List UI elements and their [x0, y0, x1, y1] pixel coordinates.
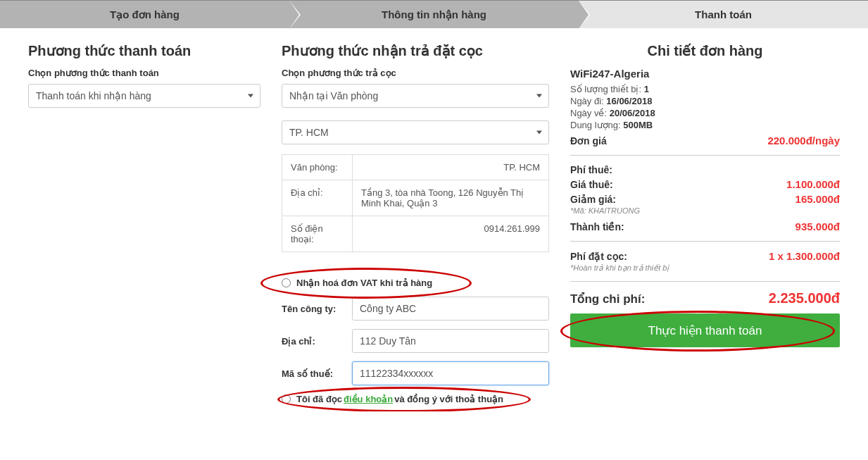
unitprice-label: Đơn giá	[570, 135, 607, 147]
terms-suffix: và đồng ý với thoả thuận	[394, 394, 503, 404]
vat-address-label: Địa chỉ:	[282, 336, 352, 347]
payment-method-title: Phương thức thanh toán	[28, 42, 260, 59]
address-label: Địa chỉ:	[282, 180, 353, 216]
total-value: 2.235.000đ	[769, 290, 840, 306]
total-label: Tổng chi phí:	[570, 292, 645, 306]
vat-invoice-radio[interactable]	[282, 278, 291, 287]
terms-agree-radio[interactable]	[282, 394, 291, 404]
phone-label: Số điện thoại:	[282, 216, 353, 252]
deposit-fee-value: 1 x 1.300.000đ	[769, 250, 840, 262]
step-shipping-info[interactable]: Thông tin nhận hàng	[289, 1, 579, 28]
order-return: Ngày về: 20/06/2018	[570, 108, 840, 118]
discount-label: Giảm giá:	[570, 194, 616, 205]
chevron-down-icon	[536, 131, 542, 135]
chevron-down-icon	[536, 94, 542, 98]
vat-address-input[interactable]	[352, 329, 549, 353]
deposit-city-select[interactable]: TP. HCM	[282, 120, 549, 144]
order-data: Dung lượng: 500MB	[570, 120, 840, 130]
office-info-table: Văn phòng: TP. HCM Địa chỉ: Tầng 3, tòa …	[282, 154, 549, 252]
terms-prefix: Tôi đã đọc	[296, 394, 342, 404]
subtotal-value: 935.000đ	[795, 220, 840, 232]
office-value: TP. HCM	[353, 155, 549, 180]
company-label: Tên công ty:	[282, 304, 352, 314]
deposit-method-sublabel: Chọn phương thức trả cọc	[282, 68, 549, 78]
rent-label: Giá thuê:	[570, 179, 613, 190]
checkout-button[interactable]: Thực hiện thanh toán	[570, 313, 840, 347]
address-value: Tầng 3, tòa nhà Toong, 126 Nguyễn Thị Mi…	[353, 180, 549, 216]
vat-invoice-label: Nhận hoá đơn VAT khi trả hàng	[296, 278, 432, 288]
terms-link[interactable]: điều khoản	[342, 394, 394, 404]
payment-method-select[interactable]: Thanh toán khi nhận hàng	[28, 84, 260, 108]
unitprice-value: 220.000đ/ngày	[767, 135, 840, 147]
tax-code-input[interactable]	[352, 361, 549, 385]
phone-value: 0914.261.999	[353, 216, 549, 252]
chevron-down-icon	[248, 94, 253, 98]
deposit-fee-label: Phí đặt cọc:	[570, 251, 627, 262]
subtotal-label: Thành tiền:	[570, 221, 624, 232]
order-qty: Số lượng thiết bị: 1	[570, 84, 840, 94]
step-payment[interactable]: Thanh toán	[579, 1, 868, 28]
rental-fee-title: Phí thuê:	[570, 164, 840, 175]
order-depart: Ngày đi: 16/06/2018	[570, 96, 840, 106]
coupon-hint: *Mã: KHAITRUONG	[570, 206, 840, 215]
step-create-order[interactable]: Tạo đơn hàng	[0, 1, 289, 28]
deposit-method-title: Phương thức nhận trả đặt cọc	[282, 42, 549, 59]
deposit-fee-hint: *Hoàn trả khi bạn trả thiết bị	[570, 263, 840, 273]
checkout-steps: Tạo đơn hàng Thông tin nhận hàng Thanh t…	[0, 0, 868, 28]
rent-value: 1.100.000đ	[786, 178, 840, 190]
tax-code-label: Mã số thuế:	[282, 368, 352, 379]
company-input[interactable]	[352, 297, 549, 321]
discount-value: 165.000đ	[795, 193, 840, 205]
office-label: Văn phòng:	[282, 155, 353, 180]
order-details-title: Chi tiết đơn hàng	[570, 42, 840, 59]
order-product-name: WiFi247-Algeria	[570, 68, 840, 80]
payment-method-sublabel: Chọn phương thức thanh toán	[28, 68, 260, 78]
deposit-method-select[interactable]: Nhận tại Văn phòng	[282, 84, 549, 108]
